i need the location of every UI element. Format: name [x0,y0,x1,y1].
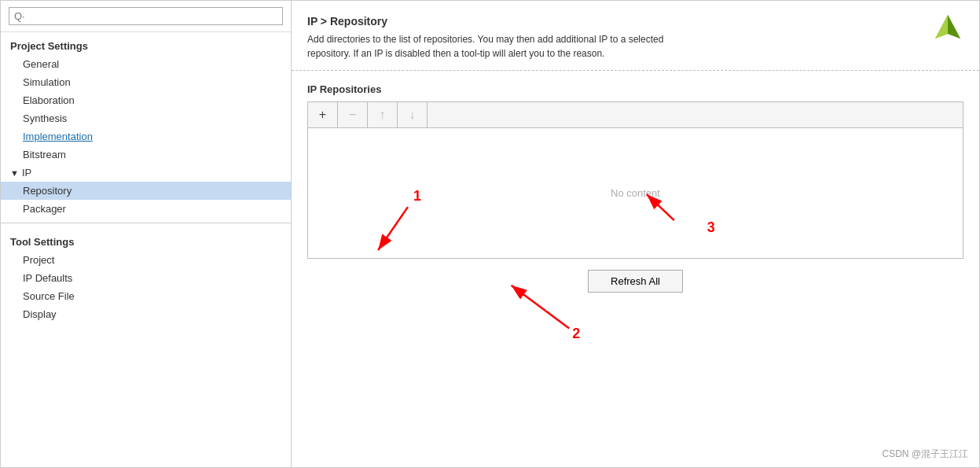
sidebar-item-source-file[interactable]: Source File [1,287,291,305]
sidebar-group-ip-label: IP [22,167,31,179]
refresh-all-area: Refresh All [307,259,963,304]
sidebar-item-packager[interactable]: Packager [1,200,291,218]
add-repo-button[interactable]: + [308,102,338,127]
content-breadcrumb: IP > Repository [307,15,963,28]
sidebar-item-project-tool[interactable]: Project [1,251,291,269]
content-body: IP Repositories + − ↑ ↓ No content Refre… [292,71,979,467]
vivado-logo [932,12,963,46]
ip-repositories-label: IP Repositories [307,83,963,95]
move-up-button[interactable]: ↑ [368,102,398,127]
content-area: IP > Repository Add directories to the l… [292,1,979,467]
sidebar-group-ip[interactable]: ▼ IP [1,164,291,182]
sidebar: Project Settings General Simulation Elab… [1,1,292,467]
ip-repositories-box: + − ↑ ↓ No content [307,101,963,259]
sidebar-item-synthesis[interactable]: Synthesis [1,109,291,127]
sidebar-item-elaboration[interactable]: Elaboration [1,91,291,109]
refresh-all-button[interactable]: Refresh All [588,270,683,293]
sidebar-item-display[interactable]: Display [1,305,291,323]
remove-repo-button[interactable]: − [338,102,368,127]
sidebar-item-bitstream[interactable]: Bitstream [1,146,291,164]
svg-marker-1 [948,15,960,39]
svg-marker-2 [935,15,948,39]
ip-repo-toolbar: + − ↑ ↓ [308,102,963,128]
watermark: CSDN @混子王江江 [882,448,968,461]
tool-settings-title: Tool Settings [1,228,291,251]
sidebar-divider [1,223,291,223]
sidebar-item-simulation[interactable]: Simulation [1,73,291,91]
sidebar-item-general[interactable]: General [1,55,291,73]
search-bar [1,1,291,32]
ip-repo-empty-message: No content [308,128,963,258]
search-input[interactable] [9,7,283,25]
sidebar-item-implementation[interactable]: Implementation [1,127,291,146]
move-down-button[interactable]: ↓ [398,102,428,127]
chevron-down-icon: ▼ [10,168,19,178]
content-description: Add directories to the list of repositor… [307,32,963,61]
project-settings-title: Project Settings [1,32,291,55]
sidebar-item-repository[interactable]: Repository [1,182,291,200]
sidebar-item-ip-defaults[interactable]: IP Defaults [1,269,291,287]
content-header: IP > Repository Add directories to the l… [292,1,979,71]
